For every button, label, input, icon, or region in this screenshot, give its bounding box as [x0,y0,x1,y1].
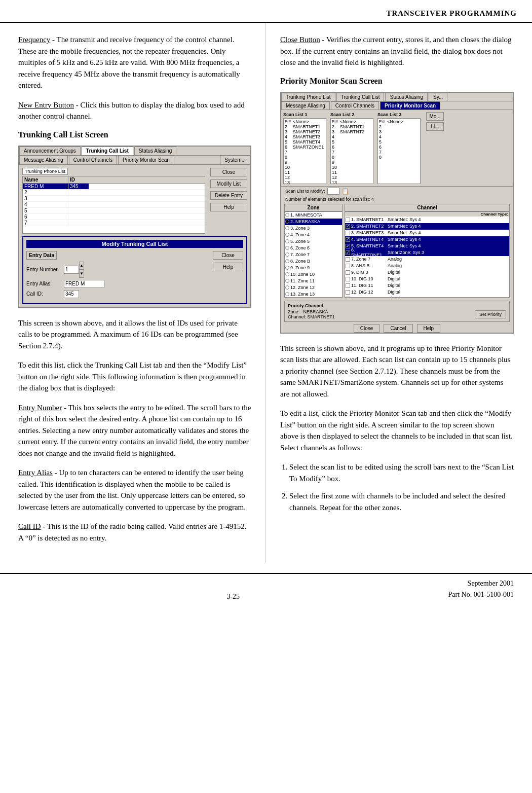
scan-list-3-items: Pr#<None> 2 3 4 5 6 7 8 [377,118,421,184]
pms-bottom-buttons: Close Cancel Help [281,324,513,333]
zone-item: 8. Zone B [285,258,342,265]
pms-mo-button[interactable]: Mo... [426,112,444,121]
checkbox-icon[interactable] [346,290,350,295]
radio-icon[interactable] [285,246,289,250]
table-row: 6 [23,214,205,220]
pms-edit-desc: To edit a list, click the Priority Monit… [280,408,514,453]
scan-item: 4 [331,134,372,139]
call-id-term: Call ID [18,522,41,530]
checkbox-icon[interactable]: ✓ [346,244,350,248]
spin-down[interactable]: ▼ [79,270,84,278]
zone-item: 6. Zone 6 [285,245,342,251]
zone-item: 11. Zone 11 [285,278,342,284]
zone-column: Zone 1. MINNESOTA 2. NEBRASKA 3. Zone 3 … [284,204,343,298]
pms-inner-tab-message[interactable]: Message Aliasing [281,101,330,110]
radio-icon[interactable] [285,292,289,296]
pms-close-button[interactable]: Close [354,324,380,333]
radio-icon[interactable] [285,285,289,290]
page-footer: 3-25 September 2001 Part No. 001-5100-00… [0,573,532,605]
spin-up[interactable]: ▲ [79,262,84,270]
radio-icon[interactable] [285,266,289,270]
frequency-section: Frequency - The transmit and receive fre… [18,34,251,91]
checkbox-icon[interactable]: ✓ [346,237,350,242]
pms-cancel-button[interactable]: Cancel [384,324,412,333]
zone-item: 5. Zone 5 [285,238,342,245]
checkbox-icon[interactable] [346,264,350,268]
pms-li-button[interactable]: Li... [426,122,444,131]
channel-list: Channel Type: 1. SMARTNET1SmartNet: Sys … [345,211,510,298]
scan-item: 13 [331,180,372,184]
scan-item: 10 [331,165,372,170]
checkbox-icon[interactable] [346,277,350,281]
radio-icon[interactable] [285,239,289,243]
radio-icon[interactable] [285,226,289,230]
radio-icon[interactable] [285,213,289,217]
priority-channel-title: Priority Channel [288,303,506,308]
help-button[interactable]: Help [210,203,247,211]
pms-screen-desc: This screen is shown above, and it progr… [280,343,514,400]
checkbox-icon[interactable] [346,270,350,275]
checkbox-icon[interactable] [346,297,350,298]
zone-item: 3. Zone 3 [285,225,342,232]
pms-tab-status-aliasing[interactable]: Status Aliasing [385,93,428,101]
entry-alias-label: Entry Alias: [26,281,62,286]
call-id-section: Call ID - This is the ID of the radio be… [18,521,251,544]
radio-icon[interactable] [285,259,289,263]
zone-item: 2. NEBRASKA [285,219,342,225]
tab-trunking-call-list[interactable]: Trunking Call List [82,147,133,155]
scan-item: 8 [378,155,420,160]
left-column: Frequency - The transmit and receive fre… [0,23,266,563]
pms-tab-phone-list[interactable]: Trunking Phone List [281,93,335,101]
pms-tab-sy[interactable]: Sy... [429,93,447,101]
modify-dialog-buttons: Close Help [213,251,243,300]
pms-inner-tab-channels[interactable]: Control Channels [331,101,379,110]
checkbox-icon[interactable] [346,283,350,288]
radio-icon[interactable] [285,220,289,224]
checkbox-icon[interactable] [346,231,350,235]
delete-entry-button[interactable]: Delete Entry [210,191,247,200]
footer-right: September 2001 Part No. 001-5100-001 [448,578,514,601]
scan-item: 13 [284,180,325,184]
tab-status-aliasing[interactable]: Status Aliasing [134,147,177,155]
trunking-phone-list-label: Trunking Phone List [22,168,68,175]
channel-item: 1. SMARTNET1SmartNet: Sys 4 [345,217,509,223]
modify-fields: Entry Data Entry Number 1 ▲ ▼ [26,251,208,300]
pms-inner-tab-priority[interactable]: Priority Monitor Scan [380,101,440,110]
pms-top-tabs: Trunking Phone List Trunking Call List S… [281,93,513,101]
priority-channel-row: Channel: SMARTNET1 [288,314,335,319]
channel-item: 13. DIG 13Digital [345,296,509,298]
modify-close-button[interactable]: Close [213,251,243,260]
scan-list-modify-input[interactable] [327,188,339,195]
scan-item: 5 [378,139,420,145]
system-button[interactable]: System... [220,156,250,164]
scan-item: 3 [378,129,420,134]
call-id-input[interactable]: 345 [64,290,79,298]
screen-description: This screen is shown above, and it allow… [18,317,251,352]
inner-tab-message-aliasing[interactable]: Message Aliasing [19,156,68,164]
checkbox-icon[interactable]: ✓ [346,250,350,255]
inner-tab-control-channels[interactable]: Control Channels [69,156,117,164]
table-headers: Name ID [22,176,205,183]
radio-icon[interactable] [285,272,289,276]
radio-icon[interactable] [285,253,289,257]
zone-item: 7. Zone 7 [285,251,342,258]
checkbox-icon[interactable] [346,257,350,262]
inner-tab-priority-monitor[interactable]: Priority Monitor Scan [118,156,174,164]
close-button[interactable]: Close [210,168,247,176]
modify-list-button[interactable]: Modify List [210,179,247,188]
scan-item: 6 [331,145,372,150]
entry-number-input[interactable]: 1 [64,266,79,274]
checkbox-icon[interactable] [346,218,350,222]
modify-help-button[interactable]: Help [213,263,243,271]
elements-count: Number of elements selected for scan lis… [281,196,513,203]
channel-item: 10. DIG 10Digital [345,276,509,282]
radio-icon[interactable] [285,233,289,237]
pms-help-button[interactable]: Help [417,324,441,333]
entry-alias-input[interactable]: FRED M [64,280,104,288]
footer-date: September 2001 [448,578,514,589]
set-priority-button[interactable]: Set Priority [475,310,506,318]
pms-tab-call-list[interactable]: Trunking Call List [336,93,385,101]
tab-announcement-groups[interactable]: Announcement Groups [19,147,81,155]
radio-icon[interactable] [285,279,289,283]
checkbox-icon[interactable]: ✓ [346,224,350,229]
